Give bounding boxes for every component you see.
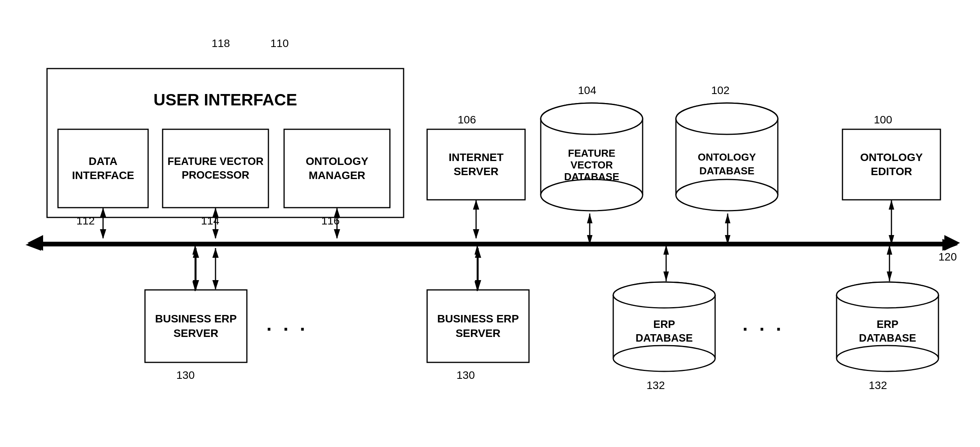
ref-106: 106: [458, 114, 476, 126]
ref-132a: 132: [647, 379, 665, 392]
ontology-database-cylinder: ONTOLOGY DATABASE: [674, 100, 780, 214]
svg-text:FEATURE: FEATURE: [568, 147, 616, 159]
data-interface-box: DATA INTERFACE: [58, 129, 148, 208]
svg-marker-42: [587, 214, 592, 223]
svg-text:ERP: ERP: [653, 319, 675, 330]
svg-point-37: [541, 103, 643, 134]
svg-marker-87: [887, 271, 892, 281]
svg-point-82: [837, 346, 938, 371]
svg-text:VECTOR: VECTOR: [571, 159, 613, 171]
ref-130b: 130: [456, 369, 475, 382]
svg-marker-63: [192, 245, 198, 255]
svg-marker-62: [192, 281, 198, 291]
svg-point-48: [676, 179, 778, 211]
feature-vector-processor-box: FEATURE VECTOR PROCESSOR: [163, 129, 268, 208]
ref-110: 110: [270, 37, 289, 50]
svg-text:ONTOLOGY: ONTOLOGY: [698, 151, 756, 163]
business-erp-server-1-box: BUSINESS ERP SERVER: [145, 290, 247, 362]
svg-marker-65: [475, 281, 480, 291]
svg-point-72: [613, 282, 715, 308]
svg-text:DATABASE: DATABASE: [859, 332, 916, 344]
svg-point-71: [613, 346, 715, 371]
svg-marker-66: [475, 245, 480, 255]
ref-116: 116: [321, 215, 340, 227]
svg-text:DATABASE: DATABASE: [564, 171, 620, 183]
internet-server-box: INTERNET SERVER: [427, 129, 525, 200]
ref-104: 104: [578, 84, 596, 97]
svg-text:DATABASE: DATABASE: [699, 165, 755, 177]
feature-vector-database-cylinder: FEATURE VECTOR DATABASE: [539, 100, 645, 214]
svg-marker-21: [473, 200, 479, 210]
user-interface-label: USER INTERFACE: [47, 76, 404, 123]
svg-point-83: [837, 282, 938, 308]
ref-114: 114: [201, 215, 219, 227]
ref-102: 102: [711, 84, 730, 97]
ontology-manager-box: ONTOLOGY MANAGER: [284, 129, 390, 208]
svg-marker-56: [889, 200, 894, 210]
svg-marker-24: [212, 280, 219, 290]
ref-130a: 130: [176, 369, 195, 382]
svg-point-36: [541, 179, 643, 211]
dots-erp-servers: . . .: [266, 313, 308, 335]
svg-marker-88: [887, 245, 892, 255]
svg-point-49: [676, 103, 778, 134]
diagram: 118 110 USER INTERFACE DATA INTERFACE 11…: [0, 0, 980, 447]
ontology-editor-box: ONTOLOGY EDITOR: [842, 129, 940, 200]
ref-118: 118: [212, 37, 230, 50]
svg-marker-53: [725, 214, 730, 223]
svg-marker-77: [663, 245, 669, 255]
svg-marker-60: [942, 239, 958, 251]
svg-text:DATABASE: DATABASE: [636, 332, 693, 344]
ref-132b: 132: [869, 379, 887, 392]
svg-text:ERP: ERP: [877, 319, 898, 330]
erp-database-2-cylinder: ERP DATABASE: [835, 280, 940, 374]
ref-112: 112: [76, 215, 95, 227]
svg-marker-59: [25, 239, 41, 251]
erp-database-1-cylinder: ERP DATABASE: [611, 280, 717, 374]
dots-erp-databases: . . .: [743, 313, 784, 335]
ref-100: 100: [874, 114, 892, 126]
business-erp-server-2-box: BUSINESS ERP SERVER: [427, 290, 529, 362]
svg-marker-76: [663, 271, 669, 281]
